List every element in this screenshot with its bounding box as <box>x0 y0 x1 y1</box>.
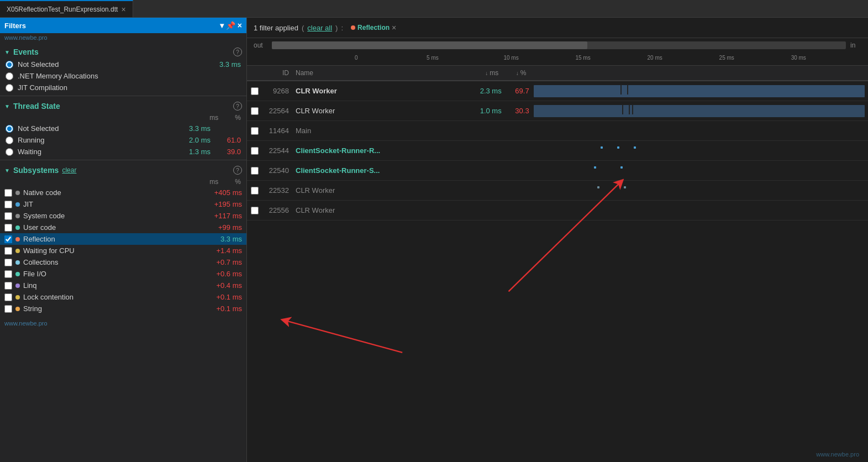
thread-22556-timeline <box>534 201 868 220</box>
th-id-col[interactable]: ID <box>262 69 296 77</box>
subsystem-system-code-checkbox[interactable] <box>4 212 12 220</box>
subsystems-clear-button[interactable]: clear <box>62 166 76 174</box>
events-section-header[interactable]: ▼ Events ? <box>0 44 246 59</box>
subsystem-jit-checkbox[interactable] <box>4 201 12 208</box>
thread-not-selected-radio[interactable] <box>6 125 13 133</box>
th-pct-col[interactable]: ↓ % <box>503 69 530 77</box>
thread-waiting-row[interactable]: Waiting 1.3 ms 39.0 <box>0 146 246 158</box>
filters-dropdown-icon[interactable]: ▾ <box>220 21 224 30</box>
subsystem-system-code-ms: +117 ms <box>214 212 242 220</box>
thread-running-row[interactable]: Running 2.0 ms 61.0 <box>0 134 246 146</box>
thread-22532-checkbox[interactable] <box>251 187 259 195</box>
subsystem-user-code-checkbox[interactable] <box>4 224 12 232</box>
th-name-col[interactable]: Name <box>296 69 464 77</box>
event-net-memory-row[interactable]: .NET Memory Allocations <box>0 70 246 82</box>
event-not-selected-row[interactable]: Not Selected 3.3 ms <box>0 59 246 70</box>
thread-row-11464[interactable]: 11464 Main <box>247 121 868 141</box>
events-info-icon[interactable]: ? <box>233 48 242 56</box>
thread-9268-checkbox[interactable] <box>251 87 259 95</box>
thread-9268-timeline <box>534 81 868 101</box>
scroll-track[interactable] <box>272 41 846 49</box>
thread-row-22556[interactable]: 22556 CLR Worker <box>247 201 868 221</box>
subsystem-fileio-row[interactable]: File I/O +0.6 ms <box>0 268 246 280</box>
subsystem-collections-checkbox[interactable] <box>4 259 12 266</box>
thread-state-header[interactable]: ▼ Thread State ? <box>0 98 246 113</box>
subsystem-collections-row[interactable]: Collections +0.7 ms <box>0 256 246 268</box>
subsystem-reflection-checkbox[interactable] <box>4 235 12 243</box>
subsystem-user-code-row[interactable]: User code +99 ms <box>0 222 246 233</box>
filters-title: Filters <box>4 22 26 30</box>
thread-22564-pct: 30.3 <box>506 107 534 115</box>
subsystems-collapse-icon[interactable]: ▼ <box>4 167 10 174</box>
thread-11464-checkbox[interactable] <box>251 127 259 135</box>
event-net-memory-radio[interactable] <box>6 72 13 80</box>
tab-close-button[interactable]: × <box>121 6 125 13</box>
thread-row-22532[interactable]: 22532 CLR Worker <box>247 181 868 201</box>
subsystem-system-code-row[interactable]: System code +117 ms <box>0 210 246 222</box>
event-jit-row[interactable]: JIT Compilation <box>0 82 246 93</box>
subsystem-fileio-ms: +0.6 ms <box>216 270 242 278</box>
filter-bar: 1 filter applied ( clear all ) : Reflect… <box>247 18 868 38</box>
subsystem-linq-row[interactable]: Linq +0.4 ms <box>0 280 246 291</box>
thread-22532-dot1 <box>597 186 599 188</box>
thread-row-9268[interactable]: 9268 CLR Worker 2.3 ms 69.7 <box>247 81 868 101</box>
scroll-thumb[interactable] <box>272 41 587 49</box>
thread-11464-name: Main <box>296 127 467 135</box>
scroll-out-label: out <box>254 41 267 49</box>
subsystem-lock-row[interactable]: Lock contention +0.1 ms <box>0 291 246 303</box>
thread-22540-checkbox[interactable] <box>251 167 259 175</box>
thread-state-info-icon[interactable]: ? <box>233 102 242 111</box>
thread-state-collapse-icon: ▼ <box>4 103 10 109</box>
thread-row-22540[interactable]: 22540 ClientSocket-Runner-S... <box>247 161 868 181</box>
subsystem-reflection-dot <box>15 237 20 242</box>
subsystem-native-dot <box>15 191 20 195</box>
thread-22540-name: ClientSocket-Runner-S... <box>296 166 467 175</box>
subsystem-reflection-row[interactable]: Reflection 3.3 ms <box>0 233 246 245</box>
main-layout: Filters ▾ 📌 × www.newbe.pro ▼ Events ? <box>0 18 868 462</box>
subsystem-waiting-cpu-row[interactable]: Waiting for CPU +1.4 ms <box>0 245 246 256</box>
subsystem-string-row[interactable]: String +0.1 ms <box>0 303 246 314</box>
thread-22544-dot2 <box>617 146 619 149</box>
thread-waiting-ms: 1.3 ms <box>180 148 211 156</box>
filters-pin-icon[interactable]: 📌 <box>226 21 235 30</box>
subsystem-jit-row[interactable]: JIT +195 ms <box>0 198 246 210</box>
thread-22532-dot2 <box>624 186 626 188</box>
thread-row-22564[interactable]: 22564 CLR Worker 1.0 ms 30.3 <box>247 101 868 121</box>
right-panel-watermark: www.newbe.pro <box>816 451 859 458</box>
subsystem-native-checkbox[interactable] <box>4 189 12 197</box>
ruler-ticks-container: 0 5 ms 10 ms 15 ms 20 ms 25 ms 30 ms <box>355 53 868 65</box>
thread-running-pct: 61.0 <box>222 136 241 144</box>
th-name-label: Name <box>296 69 313 77</box>
thread-running-radio[interactable] <box>6 136 13 144</box>
filters-close-icon[interactable]: × <box>238 21 242 30</box>
subsystem-waiting-cpu-checkbox[interactable] <box>4 247 12 255</box>
subsystems-section-header: ▼ Subsystems clear ? <box>0 162 246 177</box>
thread-not-selected-row[interactable]: Not Selected 3.3 ms <box>0 123 246 134</box>
ruler-tick-20ms: 20 ms <box>648 55 662 61</box>
thread-table-header: ID Name ↓ ms ↓ % <box>247 66 868 81</box>
filter-tag-reflection-close[interactable]: × <box>392 23 396 32</box>
subsystem-string-checkbox[interactable] <box>4 305 12 313</box>
event-not-selected-radio[interactable] <box>6 61 13 69</box>
ruler-tick-10ms: 10 ms <box>503 55 518 61</box>
clear-all-button[interactable]: clear all <box>307 24 332 32</box>
subsystem-jit-label: JIT <box>23 200 33 208</box>
th-ms-col[interactable]: ↓ ms <box>464 69 503 77</box>
subsystem-fileio-checkbox[interactable] <box>4 270 12 278</box>
thread-row-22544[interactable]: 22544 ClientSocket-Runner-R... <box>247 141 868 161</box>
thread-22564-checkbox[interactable] <box>251 107 259 115</box>
subsystem-linq-checkbox[interactable] <box>4 282 12 290</box>
thread-22544-checkbox[interactable] <box>251 147 259 155</box>
thread-22556-checkbox[interactable] <box>251 207 259 214</box>
subsystem-string-dot <box>15 307 20 311</box>
subsystem-waiting-cpu-ms: +1.4 ms <box>216 246 242 255</box>
subsystem-native-row[interactable]: Native code +405 ms <box>0 187 246 198</box>
subsystem-waiting-cpu-label: Waiting for CPU <box>23 246 75 255</box>
event-jit-radio[interactable] <box>6 84 13 92</box>
subsystems-col-headers: ms % <box>0 177 246 187</box>
thread-waiting-radio[interactable] <box>6 148 13 156</box>
subsystem-lock-checkbox[interactable] <box>4 293 12 301</box>
subsystems-info-icon[interactable]: ? <box>233 166 242 175</box>
tab-main[interactable]: X05ReflectionTest_RunExpression.dtt × <box>0 0 133 17</box>
thread-state-section: ▼ Thread State ? ms % Not Selected 3.3 m… <box>0 96 246 160</box>
